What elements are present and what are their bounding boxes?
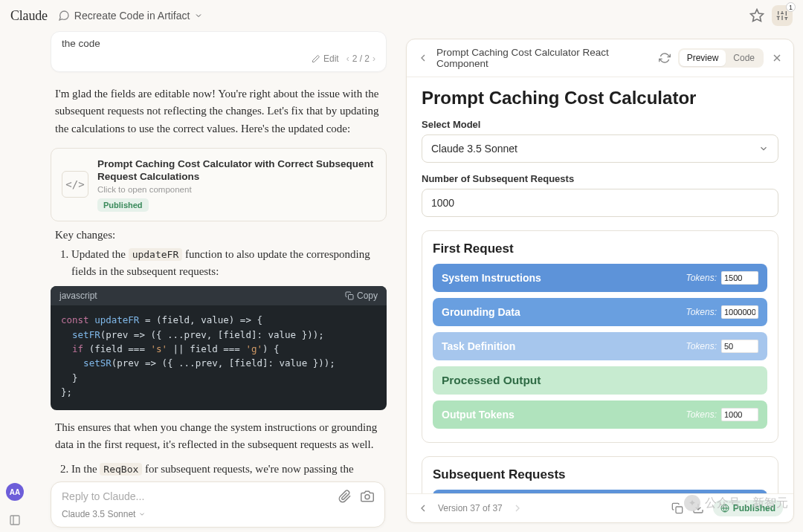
- svg-rect-10: [348, 295, 353, 300]
- app-logo: Claude: [10, 8, 48, 24]
- pager-next[interactable]: ›: [373, 53, 375, 64]
- inline-code: updateFR: [129, 248, 183, 261]
- subsequent-requests-card: Subsequent Requests: [422, 456, 778, 493]
- copy-icon: [345, 291, 354, 300]
- tokens-label: Tokens:: [686, 273, 717, 283]
- edit-button[interactable]: Edit: [312, 53, 339, 64]
- chat-icon: [58, 10, 70, 22]
- system-instructions-row: System Instructions Tokens:: [433, 264, 767, 292]
- artifact-subtitle: Click to open component: [97, 185, 375, 194]
- chevron-down-icon: [194, 11, 203, 20]
- panel-title: Prompt Caching Cost Calculator React Com…: [436, 47, 651, 69]
- code-content: const updateFR = (field, value) => { set…: [51, 305, 387, 409]
- close-icon[interactable]: [771, 52, 783, 64]
- assistant-paragraph: This ensures that when you change the sy…: [51, 418, 387, 461]
- code-icon: </>: [62, 171, 88, 198]
- tab-code[interactable]: Code: [726, 50, 762, 66]
- artifact-title: Prompt Caching Cost Calculator with Corr…: [97, 158, 375, 184]
- tokens-label: Tokens:: [686, 307, 717, 317]
- num-requests-input[interactable]: 1000: [422, 189, 778, 217]
- refresh-icon[interactable]: [659, 52, 671, 64]
- svg-marker-0: [751, 10, 764, 22]
- task-definition-row: Task Definition Tokens:: [433, 332, 767, 360]
- chat-input[interactable]: Reply to Claude... Claude 3.5 Sonnet: [51, 481, 385, 528]
- grounding-data-row: Grounding Data Tokens:: [433, 298, 767, 326]
- published-pill[interactable]: Published: [713, 500, 783, 516]
- camera-icon[interactable]: [361, 490, 374, 503]
- chat-title-group[interactable]: Recreate Code in Artifact: [58, 10, 204, 22]
- row-label: Task Definition: [442, 340, 515, 352]
- version-label: Version 37 of 37: [438, 503, 503, 513]
- user-message-tail: the code: [62, 38, 375, 49]
- processed-output-heading: Processed Output: [433, 366, 767, 395]
- tokens-label: Tokens:: [686, 409, 717, 420]
- pencil-icon: [312, 54, 320, 63]
- row-label: Output Tokens: [442, 409, 515, 421]
- collapse-sidebar-icon[interactable]: [9, 514, 21, 526]
- chat-input-placeholder: Reply to Claude...: [62, 490, 144, 502]
- user-message-bubble: the code Edit ‹ 2 / 2 ›: [51, 31, 387, 72]
- chevron-down-icon: [758, 143, 769, 154]
- settings-button[interactable]: 1: [772, 5, 793, 26]
- system-tokens-input[interactable]: [721, 271, 758, 285]
- settings-badge: 1: [786, 2, 796, 12]
- published-badge: Published: [97, 198, 149, 212]
- list-item: In the ReqBox for subsequent requests, w…: [71, 461, 387, 477]
- pager-prev[interactable]: ‹: [346, 53, 349, 64]
- copy-code-icon[interactable]: [671, 502, 683, 514]
- num-requests-label: Number of Subsequent Requests: [422, 173, 778, 184]
- top-bar: Claude Recreate Code in Artifact 1: [0, 0, 803, 31]
- download-icon[interactable]: [692, 502, 704, 514]
- row-label: System Instructions: [442, 272, 541, 284]
- select-model-label: Select Model: [422, 119, 778, 130]
- svg-rect-16: [676, 507, 683, 513]
- version-prev-icon[interactable]: [417, 502, 429, 514]
- first-request-card: First Request System Instructions Tokens…: [422, 230, 778, 443]
- model-select-value: Claude 3.5 Sonnet: [431, 143, 517, 155]
- subsequent-heading: Subsequent Requests: [433, 467, 767, 482]
- inline-code: ReqBox: [100, 463, 142, 476]
- sliders-icon: [776, 10, 788, 22]
- code-lang: javascript: [59, 291, 97, 301]
- task-tokens-input[interactable]: [721, 340, 758, 353]
- key-changes-heading: Key changes:: [55, 229, 387, 241]
- svg-point-11: [365, 495, 370, 499]
- preview-code-toggle[interactable]: Preview Code: [678, 48, 764, 68]
- grounding-tokens-input[interactable]: [721, 305, 758, 319]
- copy-button[interactable]: Copy: [345, 291, 378, 301]
- back-icon[interactable]: [417, 52, 429, 64]
- version-next-icon[interactable]: [512, 502, 523, 514]
- calculator-heading: Prompt Caching Cost Calculator: [422, 88, 778, 108]
- code-block: javascript Copy const updateFR = (field,…: [51, 286, 387, 409]
- message-pager: ‹ 2 / 2 ›: [346, 53, 375, 64]
- avatar[interactable]: AA: [6, 483, 24, 501]
- output-tokens-row: Output Tokens Tokens:: [433, 400, 767, 429]
- chevron-down-icon: [138, 510, 146, 518]
- first-request-heading: First Request: [433, 241, 767, 256]
- tab-preview[interactable]: Preview: [680, 50, 726, 66]
- tokens-label: Tokens:: [686, 341, 717, 351]
- artifact-card[interactable]: </> Prompt Caching Cost Calculator with …: [51, 148, 387, 221]
- model-select[interactable]: Claude 3.5 Sonnet: [422, 134, 778, 163]
- list-item: Updated the updateFR function to also up…: [71, 246, 387, 281]
- artifact-preview-body: Prompt Caching Cost Calculator Select Mo…: [407, 77, 793, 493]
- model-selector[interactable]: Claude 3.5 Sonnet: [62, 509, 374, 519]
- chat-column: the code Edit ‹ 2 / 2 › I'm glad the fie…: [0, 31, 402, 532]
- chat-title: Recreate Code in Artifact: [74, 10, 190, 22]
- panel-footer: Version 37 of 37 Published: [407, 493, 793, 522]
- attachment-icon[interactable]: [338, 490, 352, 503]
- assistant-paragraph: I'm glad the fields are editable now! Yo…: [51, 80, 387, 145]
- star-icon[interactable]: [749, 8, 764, 23]
- row-label: Grounding Data: [442, 306, 520, 318]
- output-tokens-input[interactable]: [721, 408, 758, 421]
- artifact-panel: Prompt Caching Cost Calculator React Com…: [406, 39, 794, 523]
- svg-rect-12: [10, 516, 19, 525]
- globe-icon: [720, 504, 729, 513]
- pager-count: 2 / 2: [352, 53, 370, 64]
